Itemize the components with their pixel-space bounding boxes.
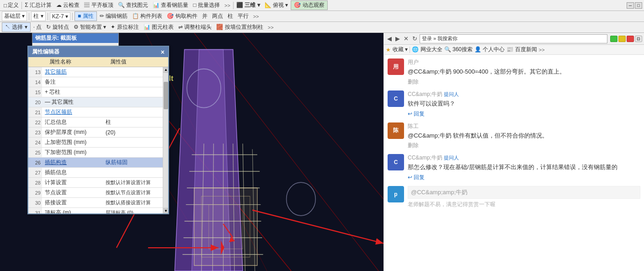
toolbar-view-steel[interactable]: 📊 查看钢筋量: [151, 1, 190, 10]
chat-message-2: C CC&amp;牛奶 提问人 软件可以设置吗？ ↩ 回复: [388, 90, 640, 118]
avatar-3: 陈: [388, 122, 404, 139]
toolbar-point[interactable]: · 点: [32, 23, 44, 32]
toolbar-more3[interactable]: >>: [266, 24, 276, 31]
toolbar-element-table[interactable]: 📊 图元柱表: [142, 23, 176, 32]
toolbar-parallel[interactable]: 平行: [236, 12, 250, 21]
toolbar-row3: ↖ 选择 ▾ · 点 ↻ 旋转点 ⚙ 智能布置 ▾ ✦ 原位标注 📊 图元柱表 …: [0, 22, 644, 33]
prop-row-25: 25 下加密范围 (mm): [28, 148, 168, 158]
chat-message-1: 用 用户 @CC&amp;牛奶 900-500=400，这部分弯折。其它的直上。…: [388, 58, 640, 86]
reply-btn-2[interactable]: ↩ 回复: [408, 110, 425, 118]
prop-scrollbar[interactable]: ▲ ▼: [163, 67, 168, 213]
toolbar-find-element[interactable]: 🔍 查找图元: [116, 1, 150, 10]
chat-text-1: @CC&amp;牛奶 900-500=400，这部分弯折。其它的直上。: [408, 67, 640, 77]
delete-btn-3[interactable]: 删除: [408, 142, 419, 149]
favorites-btn[interactable]: 收藏 ▾: [393, 46, 408, 53]
prop-editor-close[interactable]: ×: [161, 48, 165, 56]
toolbar-adjust-end[interactable]: ⇌ 调整柱端头: [176, 23, 213, 32]
toolbar-smart-place[interactable]: ⚙ 智能布置 ▾: [72, 23, 108, 32]
chat-actions-1: 删除: [408, 78, 640, 86]
toolbar-pick-component[interactable]: 🎯 钩取构件: [165, 12, 199, 21]
toolbar-sum[interactable]: Σ Σ 汇总计算汇总计算: [23, 1, 53, 10]
questioner-tag-4: 提问人: [444, 155, 459, 160]
prop-row-21: 21 节点区箍筋: [28, 107, 168, 117]
username-4: CC&amp;牛奶 提问人: [408, 154, 640, 162]
comment-hint: 老师解题不易，满意记得赏赏一下喔: [408, 201, 640, 208]
prop-row-13: 13 其它箍筋: [28, 67, 168, 77]
chat-text-2: 软件可以设置吗？: [408, 99, 640, 109]
layer-label: 基础层 ▾: [2, 11, 27, 21]
prop-col-headers: 属性名称 属性值: [28, 57, 168, 67]
chat-message-4: C CC&amp;牛奶 提问人 那怎么修改？现在基础/层钢筋是计算不出来值的，计…: [388, 154, 640, 181]
toolbar-more1[interactable]: >>: [223, 2, 232, 9]
prop-table-wrapper: 13 其它箍筋 14 备注: [28, 67, 168, 213]
fav-wangye[interactable]: 🌐 网业大全: [412, 46, 442, 53]
toolbar-rotate-point[interactable]: ↻ 旋转点: [44, 23, 70, 32]
fav-more[interactable]: >>: [539, 47, 545, 53]
browser-address-bar[interactable]: 登录 » 我搜索你: [420, 34, 607, 43]
toolbar-batch-select[interactable]: □ 批量选择: [191, 1, 222, 10]
toolbar-more2[interactable]: >>: [251, 13, 261, 20]
prop-row-31: 31 顶标高 (m) 层顶标高 (0): [28, 208, 168, 214]
toolbar-define[interactable]: □ 定义: [2, 1, 21, 10]
fav-360search[interactable]: 🔍 360搜索: [444, 46, 473, 53]
prop-table: 13 其它箍筋 14 备注: [28, 67, 168, 213]
chat-body-3: 陈工 @CC&amp;牛奶 软件有默认值，但不符合你的情况。 删除: [408, 122, 640, 150]
browser-back[interactable]: ◀: [386, 35, 393, 43]
browser-refresh[interactable]: ↻: [411, 35, 419, 43]
toolbar-topview[interactable]: 📐 俯视 ▾: [263, 1, 290, 10]
toolbar-3d[interactable]: ⬛ 三维 ▾: [234, 1, 262, 10]
toolbar-column[interactable]: 柱: [226, 12, 235, 21]
chat-body-4: CC&amp;牛奶 提问人 那怎么修改？现在基础/层钢筋是计算不出来值的，计算结…: [408, 154, 640, 181]
prop-row-23: 23 保护层厚度 (mm) (20): [28, 128, 168, 138]
avatar-5: p: [388, 186, 404, 202]
right-panel: ◀ ▶ ✕ ↻ 登录 » 我搜索你 ⊡ ★ 收藏 ▾ 🌐 网业: [383, 33, 644, 271]
toolbar-dynamic-view[interactable]: 🎯 动态观察: [291, 0, 327, 10]
username-1: 用户: [408, 58, 640, 66]
delete-btn-1[interactable]: 删除: [408, 78, 419, 86]
browser-green-btn[interactable]: [610, 36, 617, 42]
toolbar-component-list[interactable]: 📋 构件列表: [130, 12, 164, 21]
favorites-bar: ★ 收藏 ▾ 🌐 网业大全 🔍 360搜索 👤 个人中心 📰 百度新闻 >>: [384, 45, 644, 55]
toolbar-property-btn[interactable]: ■ 属性: [75, 11, 97, 21]
browser-red-btn[interactable]: [627, 36, 634, 42]
cad-window-restore[interactable]: □: [635, 2, 642, 9]
toolbar-select[interactable]: ↖ 选择 ▾: [2, 22, 31, 32]
prop-row-29: 29 节点设置 按默认节点设置计算: [28, 188, 168, 198]
prop-row-26[interactable]: 26 插筋构造 纵筋锚固: [28, 158, 168, 168]
prop-scrollbar-down[interactable]: ▼: [163, 208, 168, 213]
toolbar-sep3: [29, 13, 29, 20]
fav-sep: [410, 47, 410, 53]
component-label: 柱 ▾: [31, 11, 45, 21]
browser-address-text: 登录 » 我搜索你: [422, 35, 458, 42]
prop-row-28: 28 计算设置 按默认计算设置计算: [28, 178, 168, 188]
browser-yellow-btn[interactable]: [618, 36, 626, 42]
browser-stop[interactable]: ✕: [402, 35, 410, 43]
toolbar-two-point[interactable]: 两点: [210, 12, 225, 21]
id-label: KZ-7 ▾: [50, 12, 70, 21]
cad-viewport[interactable]: 钢筋显示: 截面板 ✓ 边边钢筋 属性编辑器 × 属性名称: [0, 33, 383, 271]
reply-btn-4[interactable]: ↩ 回复: [408, 174, 425, 181]
toolbar-wall-place[interactable]: 🧱 按墙位置丝制柱: [214, 23, 265, 32]
fav-baidu-news[interactable]: 📰 百度新闻: [506, 46, 537, 53]
toolbar-merge[interactable]: 并: [200, 12, 209, 21]
prop-scrollbar-thumb[interactable]: [164, 82, 168, 109]
prop-scrollbar-up[interactable]: ▲: [163, 67, 168, 73]
toolbar-edit-steel[interactable]: ✏ 编辑钢筋: [98, 12, 129, 21]
toolbar-cloud-check[interactable]: ☁ 云检查: [54, 1, 81, 10]
prop-row-15: 15 + 芯柱: [28, 87, 168, 97]
browser-restore-btn[interactable]: ⊡: [635, 36, 642, 42]
prop-row-14: 14 备注: [28, 77, 168, 87]
main-content: 钢筋显示: 截面板 ✓ 边边钢筋 属性编辑器 × 属性名称: [0, 33, 644, 271]
prop-row-27: 27 插筋信息: [28, 168, 168, 178]
fav-personal[interactable]: 👤 个人中心: [474, 46, 505, 53]
prop-row-22: 22 汇总信息 柱: [28, 117, 168, 128]
avatar-1: 用: [388, 58, 404, 75]
cad-window-minimize[interactable]: ─: [627, 2, 634, 9]
toolbar-origin-mark[interactable]: ✦ 原位标注: [109, 23, 140, 32]
toolbar-align-top[interactable]: ▤ 平齐板顶: [82, 1, 115, 10]
chat-scroll-area[interactable]: 用 用户 @CC&amp;牛奶 900-500=400，这部分弯折。其它的直上。…: [384, 55, 644, 271]
chat-actions-3: 删除: [408, 142, 640, 149]
prop-editor-titlebar[interactable]: 属性编辑器 ×: [28, 47, 168, 57]
browser-forward[interactable]: ▶: [394, 35, 401, 43]
steel-panel-title: 钢筋显示: 截面板: [32, 33, 118, 43]
